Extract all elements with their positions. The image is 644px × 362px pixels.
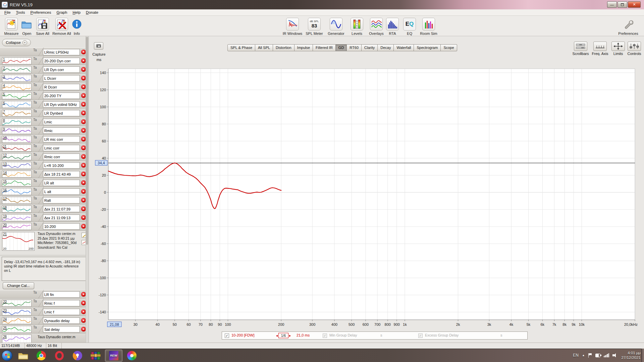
measurement-thumbnail[interactable]: 19: [2, 214, 32, 221]
measurement-row[interactable]: 19 Ta ✕: [0, 213, 89, 222]
eq-button[interactable]: EQ EQ: [401, 18, 418, 36]
tab-all-spl[interactable]: All SPL: [255, 44, 273, 51]
tab-impulse[interactable]: Impulse: [294, 44, 313, 51]
tab-clarity[interactable]: Clarity: [362, 44, 378, 51]
taskbar-winrar[interactable]: [87, 350, 104, 362]
remove-measurement-button[interactable]: ✕: [81, 163, 86, 168]
measurement-thumbnail[interactable]: 2: [2, 66, 32, 73]
remove-measurement-button[interactable]: ✕: [81, 93, 86, 98]
remove-measurement-button[interactable]: ✕: [81, 145, 86, 150]
measurement-row[interactable]: 4 Ta ✕: [0, 82, 89, 91]
measurement-thumbnail[interactable]: 25: [2, 326, 32, 333]
action-center-flag-icon[interactable]: [588, 353, 592, 358]
measurement-name-input[interactable]: [43, 119, 80, 125]
measurement-name-input[interactable]: [43, 145, 80, 151]
start-button[interactable]: [0, 350, 14, 362]
measurement-name-input[interactable]: [43, 162, 80, 169]
measurement-row[interactable]: 6 Ta ✕: [0, 100, 89, 109]
remove-measurement-button[interactable]: ✕: [81, 128, 86, 133]
menu-tools[interactable]: Tools: [14, 10, 28, 15]
excess-group-delay-checkbox[interactable]: ✓: [418, 334, 423, 338]
menu-graph[interactable]: Graph: [54, 10, 69, 15]
measurement-row[interactable]: 20 Ta ✕: [0, 222, 89, 231]
remove-measurement-button[interactable]: ✕: [81, 301, 86, 305]
measurement-row[interactable]: 8 Ta ✕: [0, 117, 89, 126]
measurement-row[interactable]: 17 Ta ✕: [0, 196, 89, 204]
remove-measurement-button[interactable]: ✕: [81, 119, 86, 124]
measurement-thumbnail[interactable]: 13: [2, 162, 32, 169]
measurement-thumbnail[interactable]: 16: [2, 188, 32, 195]
capture-button[interactable]: [94, 42, 103, 50]
remove-measurement-button[interactable]: ✕: [81, 111, 86, 115]
remove-measurement-button[interactable]: ✕: [81, 102, 86, 107]
maximize-button[interactable]: [618, 1, 627, 8]
tab-waterfall[interactable]: Waterfall: [394, 44, 414, 51]
measurement-thumbnail[interactable]: 4: [2, 83, 32, 90]
measurement-name-input[interactable]: [43, 58, 80, 64]
close-button[interactable]: ✕: [628, 1, 641, 8]
measurement-name-input[interactable]: [43, 127, 80, 134]
measurement-name-input[interactable]: [43, 171, 80, 177]
measurement-name-input[interactable]: [43, 75, 80, 81]
measurement-name-input[interactable]: [43, 136, 80, 142]
measurement-name-input[interactable]: [43, 93, 80, 99]
title-bar[interactable]: REW V5,19 — ✕: [0, 0, 644, 9]
measurement-row[interactable]: 23 Ta ✕: [0, 307, 89, 316]
tab-scope[interactable]: Scope: [441, 44, 457, 51]
measurement-row[interactable]: 3 Ta ✕: [0, 74, 89, 82]
measurement-row[interactable]: 14 Ta ✕: [0, 170, 89, 178]
measurement-row[interactable]: 1 Ta ✕: [0, 56, 89, 65]
remove-measurement-button[interactable]: ✕: [81, 198, 86, 202]
taskbar-image-editor[interactable]: [123, 350, 141, 362]
clock[interactable]: 4:01 μμ 27/12/2021: [621, 351, 641, 360]
measurement-row[interactable]: 13 Ta ✕: [0, 161, 89, 170]
collapse-button[interactable]: Collapse «: [2, 39, 31, 46]
measurement-row[interactable]: Ta ✕: [0, 290, 89, 299]
measurement-thumbnail[interactable]: 10: [2, 136, 32, 143]
measurement-row[interactable]: 2 Ta ✕: [0, 65, 89, 74]
measurement-thumbnail[interactable]: 3: [2, 75, 32, 82]
measurement-row[interactable]: 5 Ta ✕: [0, 91, 89, 100]
tab-filtered-ir[interactable]: Filtered IR: [313, 44, 336, 51]
group-delay-chart[interactable]: 140120100806040200-20-40-60-80-100-120-1…: [89, 66, 644, 331]
measurement-name-input[interactable]: [43, 66, 80, 73]
remove-measurement-button[interactable]: ✕: [81, 215, 86, 220]
measurement-thumbnail[interactable]: 7: [2, 110, 32, 117]
remove-measurement-button[interactable]: ✕: [81, 224, 86, 229]
measurement-name-input[interactable]: [43, 300, 80, 306]
menu-help[interactable]: Help: [70, 10, 83, 15]
measurement-thumbnail[interactable]: 8: [2, 118, 32, 125]
min-group-delay-checkbox[interactable]: ✓: [323, 334, 327, 338]
remove-measurement-button[interactable]: ✕: [81, 58, 86, 63]
scrollbars-button[interactable]: Scrollbars: [571, 42, 590, 56]
remove-measurement-button[interactable]: ✕: [81, 292, 86, 297]
battery-icon[interactable]: [595, 354, 600, 357]
remove-measurement-button[interactable]: ✕: [81, 137, 86, 141]
preferences-button[interactable]: Preferences: [616, 18, 640, 36]
measurement-thumbnail[interactable]: 26: [2, 335, 32, 343]
tray-expand-icon[interactable]: ▲: [582, 354, 585, 357]
measurement-thumbnail[interactable]: 20: [2, 223, 32, 230]
measurement-name-input[interactable]: [43, 197, 80, 203]
measurement-name-input[interactable]: [43, 326, 80, 333]
generator-button[interactable]: Generator: [325, 18, 347, 36]
measurement-name-input[interactable]: [43, 206, 80, 212]
menu-donate[interactable]: Donate: [84, 10, 101, 15]
tab-distortion[interactable]: Distortion: [273, 44, 294, 51]
measurement-row[interactable]: 18 Ta ✕: [0, 204, 89, 213]
measurement-thumbnail[interactable]: 11: [2, 144, 32, 152]
selected-measurement-block[interactable]: 2120200Taus Dynaudio center.m25 Δεκ 2021…: [0, 231, 89, 255]
measurement-row[interactable]: 22 Ta ✕: [0, 299, 89, 307]
taskbar-opera[interactable]: [51, 350, 68, 362]
remove-measurement-button[interactable]: ✕: [81, 189, 86, 194]
measurement-thumbnail[interactable]: 14: [2, 171, 32, 178]
taskbar-rew[interactable]: REW: [105, 350, 122, 362]
measurement-row[interactable]: 24 Ta ✕: [0, 316, 89, 325]
volume-icon[interactable]: [612, 353, 618, 357]
tab-spectrogram[interactable]: Spectrogram: [414, 44, 441, 51]
measurement-name-input[interactable]: [43, 180, 80, 186]
remove-measurement-button[interactable]: ✕: [81, 154, 86, 159]
measurement-name-input[interactable]: [43, 49, 80, 55]
ir-windows-button[interactable]: IR Windows: [282, 18, 303, 36]
remove-measurement-button[interactable]: ✕: [81, 84, 86, 89]
